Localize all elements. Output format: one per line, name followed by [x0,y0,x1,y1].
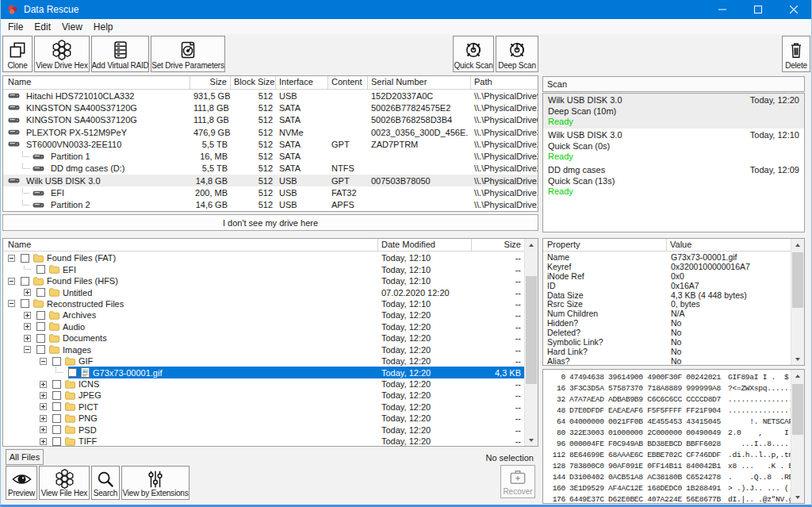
property-row[interactable]: ID0x16A7 [543,281,791,290]
checkbox[interactable] [68,368,77,377]
checkbox[interactable] [36,288,45,297]
hex-scrollbar[interactable] [791,370,804,503]
checkbox[interactable] [52,402,61,411]
collapse-icon[interactable] [8,278,21,285]
clone-button[interactable]: Clone [2,36,33,72]
all-files-tab[interactable]: All Files [6,449,44,465]
scan-entry[interactable]: Wilk USB DISK 3.0Today, 12:10Quick Scan … [543,129,804,163]
property-row[interactable]: NameG73x73-00001.gif [543,252,791,262]
missing-drive-button[interactable]: I don't see my drive here [2,214,538,231]
property-scrollbar[interactable] [791,239,804,365]
scrollbar-up-button[interactable] [525,239,538,251]
scrollbar-down-button[interactable] [791,353,804,365]
scrollbar-thumb[interactable] [526,276,537,384]
file-tree-row[interactable]: TIFFToday, 12:20-- [3,436,524,446]
delete-button[interactable]: Delete [782,36,810,72]
drive-row[interactable]: Hitachi HDS721010CLA332931,5 GB512USB152… [3,90,538,102]
expand-icon[interactable] [40,426,52,433]
property-row[interactable]: Symbolic Link?No [543,337,791,347]
file-tree-row[interactable]: ImagesToday, 12:20-- [3,344,524,355]
property-row[interactable]: Alias?No [543,356,791,365]
col-block-size[interactable]: Block Size [231,76,276,89]
collapse-icon[interactable] [8,255,21,262]
drive-row[interactable]: KINGSTON SA400S37120G111,8 GB512SATA5002… [3,102,538,113]
collapse-icon[interactable] [24,346,36,353]
file-tree-row[interactable]: GIFToday, 12:20-- [3,355,524,367]
checkbox[interactable] [36,311,45,320]
menu-edit[interactable]: Edit [29,21,56,33]
preview-button[interactable]: Preview [6,466,37,500]
file-tree-scrollbar[interactable] [524,239,538,446]
set-drive-parameters-button[interactable]: Set Drive Parameters [151,36,225,72]
col-property[interactable]: Property [543,239,667,251]
drive-row[interactable]: ST6000VN0033-2EE1105,5 TB512SATAGPTZAD7P… [3,138,538,150]
drive-row[interactable]: KINGSTON SA400S37120G111,8 GB512SATA5002… [3,114,538,126]
scrollbar-up-button[interactable] [791,239,804,251]
property-row[interactable]: Num ChildrenN/A [543,309,791,318]
drive-row[interactable]: Partition 214,6 GB512USBAPFS\\.\Physical… [3,199,538,211]
file-tree-row[interactable]: Found Files (HFS)Today, 12:10-- [3,275,524,286]
property-row[interactable]: Keyref0x3200100000016A7 [543,262,791,271]
file-tree-row[interactable]: Found Files (FAT)Today, 12:10-- [3,252,524,263]
deep-scan-button[interactable]: Deep Scan [496,36,538,72]
scan-entry[interactable]: Wilk USB DISK 3.0Today, 12:20Deep Scan (… [543,94,804,129]
drive-row[interactable]: Partition 116, MB512SATA\\.\PhysicalDriv… [3,150,538,162]
col-size[interactable]: Size [190,76,231,89]
view-file-hex-button[interactable]: View File Hex [39,466,90,500]
checkbox[interactable] [36,345,45,354]
col-content[interactable]: Content [328,76,368,89]
file-tree-row[interactable]: PSDToday, 12:20-- [3,424,524,436]
col-file-name[interactable]: Name [3,239,378,251]
collapse-icon[interactable] [40,358,52,365]
expand-icon[interactable] [40,438,52,445]
scan-entry[interactable]: DD dmg casesToday, 12:09Quick Scan (13s)… [543,163,804,198]
menu-view[interactable]: View [56,21,88,33]
minimize-button[interactable] [704,0,740,19]
drive-row[interactable]: DD dmg cases (D:)5,5 TB512SATANTFS\\.\Ph… [3,163,538,175]
expand-icon[interactable] [24,312,36,319]
expand-icon[interactable] [40,403,52,410]
scrollbar-thumb[interactable] [792,252,803,308]
drive-row[interactable]: Wilk USB DISK 3.014,8 GB512USBGPT007503B… [3,175,538,186]
checkbox[interactable] [52,437,61,446]
property-row[interactable]: Hidden?No [543,318,791,328]
file-tree-row[interactable]: DocumentsToday, 12:20-- [3,332,524,344]
file-tree-row[interactable]: PICTToday, 12:20-- [3,401,524,413]
col-path[interactable]: Path [471,76,538,89]
file-tree-row[interactable]: ICNSToday, 12:20-- [3,378,524,390]
maximize-button[interactable] [740,0,776,19]
menu-help[interactable]: Help [88,21,119,33]
scrollbar-down-button[interactable] [525,434,538,446]
col-file-size[interactable]: Size [472,239,524,251]
checkbox[interactable] [36,334,45,343]
checkbox[interactable] [36,322,45,331]
close-button[interactable] [776,0,811,19]
file-tree-row[interactable]: PNGToday, 12:20-- [3,413,524,424]
collapse-icon[interactable] [8,300,21,307]
search-button[interactable]: Search [91,466,120,500]
file-tree-row[interactable]: EFIToday, 12:10-- [3,263,524,275]
expand-icon[interactable] [24,289,36,296]
view-by-extensions-button[interactable]: View by Extensions [121,466,190,500]
expand-icon[interactable] [24,335,36,342]
drive-row[interactable]: EFI200, MB512USBFAT32\\.\PhysicalDrive10 [3,186,538,198]
checkbox[interactable] [21,299,29,308]
menu-file[interactable]: File [2,21,29,33]
add-virtual-raid-button[interactable]: Add Virtual RAID [91,36,149,72]
property-row[interactable]: Hard Link?No [543,347,791,356]
checkbox[interactable] [52,380,61,389]
scrollbar-up-button[interactable] [791,370,804,382]
property-row[interactable]: Deleted?No [543,328,791,337]
property-row[interactable]: iNode Ref0x0 [543,271,791,281]
drive-row[interactable]: PLEXTOR PX-512M9PeY476,9 GB512NVMe0023_0… [3,126,538,138]
checkbox[interactable] [52,357,61,366]
file-tree-row[interactable]: Reconstructed FilesToday, 12:10-- [3,298,524,309]
file-tree-row[interactable]: AudioToday, 12:20-- [3,321,524,332]
checkbox[interactable] [36,265,45,274]
col-serial-number[interactable]: Serial Number [368,76,471,89]
expand-icon[interactable] [40,415,52,422]
checkbox[interactable] [52,391,61,400]
col-interface[interactable]: Interface [276,76,328,89]
file-tree-row[interactable]: Untitled07.02.2020 12:20-- [3,286,524,298]
property-row[interactable]: Rsrc Size0, bytes [543,299,791,309]
